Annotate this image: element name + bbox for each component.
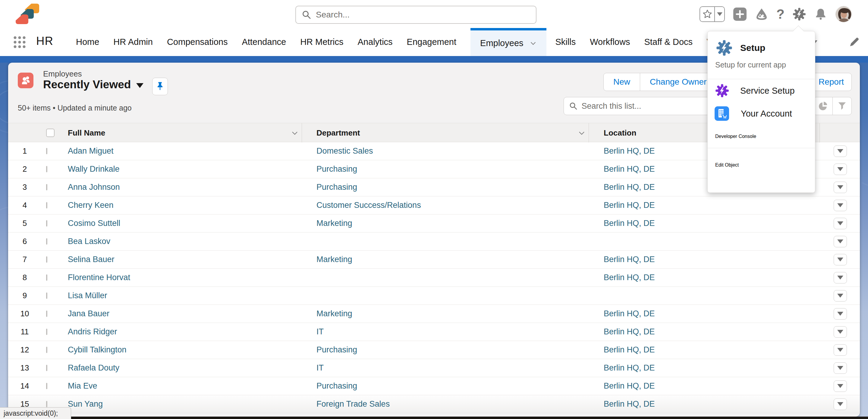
location-link[interactable]: Berlin HQ, DE <box>604 309 655 318</box>
row-actions-button[interactable] <box>834 326 847 338</box>
nav-tab-hr-metrics[interactable]: HR Metrics <box>300 28 343 56</box>
guidance-center-button[interactable] <box>755 7 768 21</box>
department-link[interactable]: Purchasing <box>316 381 357 390</box>
location-link[interactable]: Berlin HQ, DE <box>604 327 655 336</box>
nav-tab-staff-docs[interactable]: Staff & Docs <box>644 28 692 56</box>
location-link[interactable]: Berlin HQ, DE <box>604 219 655 228</box>
full-name-link[interactable]: Adan Miguet <box>68 147 114 155</box>
department-link[interactable]: Domestic Sales <box>316 147 373 155</box>
row-actions-button[interactable] <box>834 344 847 356</box>
list-view-picker[interactable]: Recently Viewed <box>43 78 144 91</box>
row-checkbox[interactable] <box>46 166 47 172</box>
user-avatar[interactable] <box>835 6 852 22</box>
location-link[interactable]: Berlin HQ, DE <box>604 164 655 173</box>
location-link[interactable]: Berlin HQ, DE <box>604 381 655 390</box>
nav-tab-attendance[interactable]: Attendance <box>242 28 286 56</box>
full-name-link[interactable]: Bea Laskov <box>68 237 110 246</box>
location-link[interactable]: Berlin HQ, DE <box>604 363 655 372</box>
favorites-star-button[interactable] <box>700 7 714 21</box>
row-checkbox[interactable] <box>46 275 47 281</box>
nav-tab-home[interactable]: Home <box>76 28 99 56</box>
row-actions-button[interactable] <box>834 182 847 193</box>
row-checkbox[interactable] <box>46 148 47 154</box>
row-checkbox[interactable] <box>46 292 47 299</box>
row-checkbox[interactable] <box>46 347 47 353</box>
full-name-link[interactable]: Wally Drinkale <box>68 164 120 173</box>
nav-tab-skills[interactable]: Skills <box>555 28 576 56</box>
location-link[interactable]: Berlin HQ, DE <box>604 183 655 192</box>
row-actions-button[interactable] <box>834 254 847 265</box>
charts-button[interactable] <box>813 97 832 115</box>
row-checkbox[interactable] <box>46 238 47 245</box>
department-link[interactable]: Marketing <box>316 309 352 318</box>
edit-nav-pencil-icon[interactable] <box>848 36 860 48</box>
full-name-link[interactable]: Cybill Talkington <box>68 345 127 354</box>
row-checkbox[interactable] <box>46 220 47 227</box>
row-actions-button[interactable] <box>834 236 847 247</box>
pin-list-button[interactable] <box>152 78 168 95</box>
full-name-link[interactable]: Jana Bauer <box>68 309 110 318</box>
department-link[interactable]: Customer Success/Relations <box>316 201 421 210</box>
department-link[interactable]: Marketing <box>316 255 352 264</box>
nav-tab-employees[interactable]: Employees <box>470 28 546 56</box>
full-name-link[interactable]: Selina Bauer <box>68 255 115 264</box>
department-link[interactable]: Purchasing <box>316 164 357 173</box>
full-name-link[interactable]: Mia Eve <box>68 381 97 390</box>
department-link[interactable]: Foreign Trade Sales <box>316 399 390 409</box>
full-name-link[interactable]: Cosimo Suttell <box>68 219 120 228</box>
full-name-link[interactable]: Rafaela Douty <box>68 363 119 372</box>
report-button[interactable]: Report <box>811 73 852 91</box>
row-checkbox[interactable] <box>46 365 47 371</box>
full-name-link[interactable]: Anna Johnson <box>68 183 120 192</box>
row-actions-button[interactable] <box>834 218 847 229</box>
nav-tab-workflows[interactable]: Workflows <box>590 28 630 56</box>
select-all-checkbox[interactable] <box>46 129 55 137</box>
row-actions-button[interactable] <box>834 290 847 301</box>
row-actions-button[interactable] <box>834 381 847 392</box>
menu-item-setup[interactable]: Setup <box>716 39 815 57</box>
row-actions-button[interactable] <box>834 398 847 410</box>
quick-create-button[interactable] <box>733 7 747 21</box>
column-header-department[interactable]: Department <box>302 123 589 142</box>
menu-item-edit-object[interactable]: Edit Object <box>708 154 815 176</box>
location-link[interactable]: Berlin HQ, DE <box>604 399 655 409</box>
new-button[interactable]: New <box>603 73 640 91</box>
row-checkbox[interactable] <box>46 401 47 407</box>
global-search-input[interactable] <box>316 10 530 20</box>
nav-tab-engagement[interactable]: Engagement <box>407 28 456 56</box>
row-actions-button[interactable] <box>834 164 847 175</box>
row-actions-button[interactable] <box>834 272 847 284</box>
column-header-full-name[interactable]: Full Name <box>59 123 302 142</box>
filter-button[interactable] <box>832 97 851 115</box>
nav-tab-analytics[interactable]: Analytics <box>358 28 393 56</box>
row-checkbox[interactable] <box>46 383 47 389</box>
row-actions-button[interactable] <box>834 200 847 211</box>
full-name-link[interactable]: Lisa Müller <box>68 291 107 300</box>
nav-tab-compensations[interactable]: Compensations <box>167 28 228 56</box>
row-checkbox[interactable] <box>46 202 47 208</box>
department-link[interactable]: Purchasing <box>316 183 357 192</box>
full-name-link[interactable]: Andris Ridger <box>68 327 117 336</box>
row-checkbox[interactable] <box>46 184 47 190</box>
change-owner-button[interactable]: Change Owner <box>640 73 716 91</box>
row-actions-button[interactable] <box>834 308 847 320</box>
favorites-menu-button[interactable] <box>714 7 724 21</box>
row-actions-button[interactable] <box>834 146 847 157</box>
row-actions-button[interactable] <box>834 362 847 374</box>
help-button[interactable]: ? <box>776 7 784 22</box>
menu-item-your-account[interactable]: Your Account <box>708 102 815 125</box>
nav-tab-hr-admin[interactable]: HR Admin <box>113 28 153 56</box>
menu-item-service-setup[interactable]: Service Setup <box>708 79 815 102</box>
setup-gear-button[interactable] <box>793 7 806 21</box>
location-link[interactable]: Berlin HQ, DE <box>604 345 655 354</box>
menu-item-developer-console[interactable]: Developer Console <box>708 125 815 148</box>
location-link[interactable]: Berlin HQ, DE <box>604 273 655 282</box>
department-link[interactable]: Marketing <box>316 219 352 228</box>
department-link[interactable]: IT <box>316 363 324 372</box>
row-checkbox[interactable] <box>46 256 47 263</box>
location-link[interactable]: Berlin HQ, DE <box>604 147 655 155</box>
department-link[interactable]: Purchasing <box>316 345 357 354</box>
location-link[interactable]: Berlin HQ, DE <box>604 255 655 264</box>
department-link[interactable]: IT <box>316 327 324 336</box>
row-checkbox[interactable] <box>46 329 47 335</box>
